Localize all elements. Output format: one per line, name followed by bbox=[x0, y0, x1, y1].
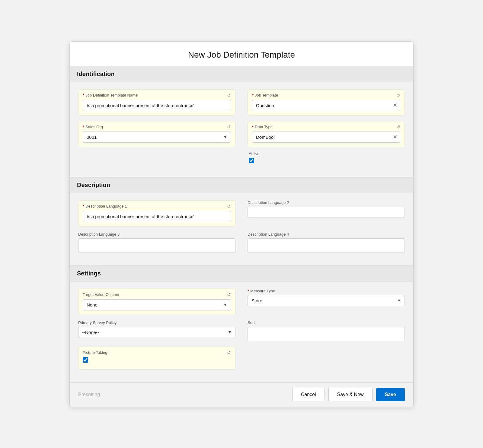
active-field: Active bbox=[248, 151, 405, 164]
dialog-title: New Job Definition Template bbox=[82, 50, 401, 60]
col-target-value-column: Target Value Column ↺ None ▼ bbox=[78, 289, 235, 315]
field-group-primary-survey-policy: Primary Survey Policy --None-- ▼ bbox=[78, 320, 235, 338]
save-new-button[interactable]: Save & New bbox=[328, 388, 373, 401]
input-sort[interactable] bbox=[248, 327, 405, 341]
save-button[interactable]: Save bbox=[376, 388, 405, 401]
select-wrapper-target-value-column: None ▼ bbox=[83, 299, 231, 310]
col-primary-survey-policy: Primary Survey Policy --None-- ▼ bbox=[78, 320, 235, 341]
section-description: Description * Description Language 1 ↺ bbox=[70, 177, 413, 265]
label-text-sales-org: Sales Org bbox=[85, 125, 103, 129]
required-star-measure-type: * bbox=[248, 289, 249, 293]
label-desc-lang-1: * Description Language 1 ↺ bbox=[83, 204, 231, 209]
field-group-sort: Sort bbox=[248, 320, 405, 341]
field-group-job-def-name: * Job Definition Template Name ↺ bbox=[78, 89, 235, 116]
identification-row-1: * Job Definition Template Name ↺ * bbox=[78, 89, 405, 116]
input-desc-lang-1[interactable] bbox=[83, 211, 231, 222]
input-data-type[interactable] bbox=[252, 132, 400, 143]
field-group-target-value-column: Target Value Column ↺ None ▼ bbox=[78, 289, 235, 315]
label-text-picture-taking: Picture Taking bbox=[83, 350, 107, 355]
reset-icon-target-value-column[interactable]: ↺ bbox=[227, 292, 231, 297]
label-data-type: * Data Type ↺ bbox=[252, 124, 400, 130]
label-text-measure-type: Measure Type bbox=[250, 289, 275, 293]
required-star-job-template: * bbox=[252, 93, 254, 97]
identification-row-2: * Sales Org ↺ 0001 ▼ bbox=[78, 121, 405, 164]
reset-icon-sales-org[interactable]: ↺ bbox=[227, 124, 231, 130]
reset-icon-job-def-name[interactable]: ↺ bbox=[227, 93, 231, 98]
col-job-def-name: * Job Definition Template Name ↺ bbox=[78, 89, 235, 116]
col-measure-type: * Measure Type Store ▼ bbox=[248, 289, 405, 315]
col-sort: Sort bbox=[248, 320, 405, 341]
section-identification-header: Identification bbox=[70, 66, 413, 82]
required-star-sales-org: * bbox=[83, 125, 84, 129]
select-target-value-column[interactable]: None bbox=[83, 299, 231, 310]
reset-icon-data-type[interactable]: ↺ bbox=[396, 124, 400, 130]
dialog-body: Identification * Job Definition Template… bbox=[70, 66, 413, 382]
input-desc-lang-2[interactable] bbox=[248, 207, 405, 218]
input-job-def-name[interactable] bbox=[83, 100, 231, 111]
required-star-job-def-name: * bbox=[83, 93, 84, 97]
section-identification-body: * Job Definition Template Name ↺ * bbox=[70, 82, 413, 177]
reset-icon-picture-taking[interactable]: ↺ bbox=[227, 350, 231, 355]
field-group-sales-org: * Sales Org ↺ 0001 ▼ bbox=[78, 121, 235, 147]
label-text-primary-survey-policy: Primary Survey Policy bbox=[78, 320, 117, 325]
required-star-data-type: * bbox=[252, 125, 254, 129]
label-primary-survey-policy: Primary Survey Policy bbox=[78, 320, 235, 325]
section-settings: Settings Target Value Column ↺ None bbox=[70, 265, 413, 382]
label-text-desc-lang-1: Description Language 1 bbox=[85, 204, 127, 208]
col-sales-org: * Sales Org ↺ 0001 ▼ bbox=[78, 121, 235, 164]
select-wrapper-sales-org: 0001 ▼ bbox=[83, 132, 231, 143]
select-measure-type[interactable]: Store bbox=[248, 295, 405, 306]
input-wrapper-data-type: ✕ bbox=[252, 132, 400, 143]
footer-presetting-label: Presetting bbox=[78, 392, 100, 397]
dialog-header: New Job Definition Template bbox=[70, 42, 413, 66]
label-sort: Sort bbox=[248, 320, 405, 325]
input-job-template[interactable] bbox=[252, 100, 400, 111]
required-star-desc-lang-1: * bbox=[83, 204, 84, 208]
label-text-job-template: Job Template bbox=[255, 93, 278, 97]
footer-buttons: Cancel Save & New Save bbox=[292, 388, 405, 401]
label-text-data-type: Data Type bbox=[255, 125, 273, 129]
col-desc-lang-3: Description Language 3 bbox=[78, 232, 235, 253]
label-desc-lang-3: Description Language 3 bbox=[78, 232, 235, 237]
label-target-value-column: Target Value Column ↺ bbox=[83, 292, 231, 297]
checkbox-picture-taking[interactable] bbox=[83, 357, 88, 363]
description-row-1: * Description Language 1 ↺ Description L… bbox=[78, 200, 405, 227]
col-data-type-active: * Data Type ↺ ✕ Active bbox=[248, 121, 405, 164]
select-primary-survey-policy[interactable]: --None-- bbox=[78, 327, 235, 338]
label-sales-org: * Sales Org ↺ bbox=[83, 124, 231, 130]
clear-btn-job-template[interactable]: ✕ bbox=[393, 103, 397, 108]
clear-btn-data-type[interactable]: ✕ bbox=[393, 134, 397, 140]
input-desc-lang-4[interactable] bbox=[248, 238, 405, 253]
label-measure-type: * Measure Type bbox=[248, 289, 405, 293]
description-row-2: Description Language 3 Description Langu… bbox=[78, 232, 405, 253]
input-wrapper-job-template: ✕ bbox=[252, 100, 400, 111]
reset-icon-desc-lang-1[interactable]: ↺ bbox=[227, 204, 231, 209]
select-sales-org[interactable]: 0001 bbox=[83, 132, 231, 143]
field-group-job-template: * Job Template ↺ ✕ bbox=[248, 89, 405, 116]
label-desc-lang-2: Description Language 2 bbox=[248, 200, 405, 205]
cancel-button[interactable]: Cancel bbox=[292, 388, 325, 401]
field-group-desc-lang-1: * Description Language 1 ↺ bbox=[78, 200, 235, 227]
reset-icon-job-template[interactable]: ↺ bbox=[396, 93, 400, 98]
col-desc-lang-4: Description Language 4 bbox=[248, 232, 405, 253]
label-job-def-name: * Job Definition Template Name ↺ bbox=[83, 93, 231, 98]
col-picture-taking: Picture Taking ↺ bbox=[78, 347, 235, 370]
col-empty-settings bbox=[248, 347, 405, 370]
section-settings-body: Target Value Column ↺ None ▼ bbox=[70, 281, 413, 382]
field-group-desc-lang-2: Description Language 2 bbox=[248, 200, 405, 218]
settings-row-1: Target Value Column ↺ None ▼ bbox=[78, 289, 405, 315]
section-description-header: Description bbox=[70, 177, 413, 193]
label-text-desc-lang-3: Description Language 3 bbox=[78, 232, 120, 237]
dialog: New Job Definition Template Identificati… bbox=[69, 41, 414, 407]
dialog-footer: Presetting Cancel Save & New Save bbox=[70, 382, 413, 407]
field-group-desc-lang-3: Description Language 3 bbox=[78, 232, 235, 253]
label-text-desc-lang-4: Description Language 4 bbox=[248, 232, 289, 237]
label-text-desc-lang-2: Description Language 2 bbox=[248, 200, 289, 205]
label-picture-taking: Picture Taking ↺ bbox=[83, 350, 231, 355]
label-desc-lang-4: Description Language 4 bbox=[248, 232, 405, 237]
section-identification: Identification * Job Definition Template… bbox=[70, 66, 413, 177]
input-desc-lang-3[interactable] bbox=[78, 238, 235, 253]
checkbox-active[interactable] bbox=[249, 158, 254, 163]
settings-row-3: Picture Taking ↺ bbox=[78, 347, 405, 370]
col-job-template: * Job Template ↺ ✕ bbox=[248, 89, 405, 116]
